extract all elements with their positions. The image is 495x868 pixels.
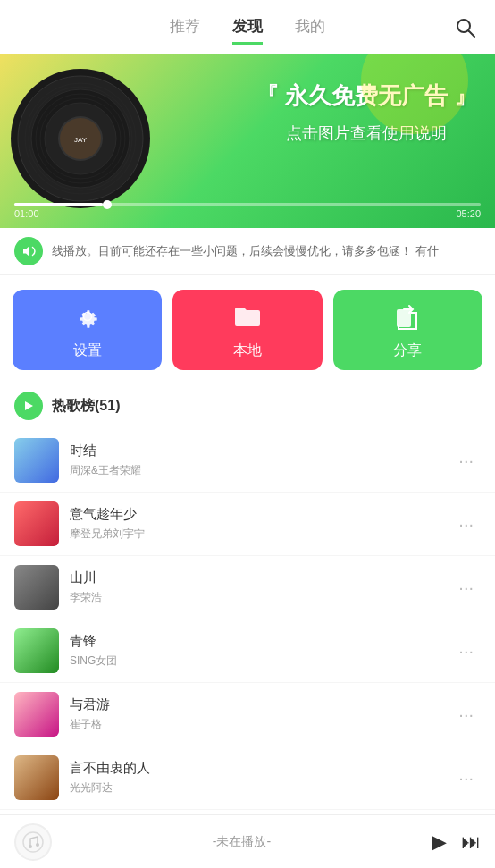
progress-bar-fill	[14, 203, 103, 206]
progress-dot	[103, 200, 112, 209]
svg-point-17	[29, 845, 32, 848]
song-artist-2: 李荣浩	[70, 590, 440, 605]
volume-icon	[21, 243, 37, 259]
song-cover-2	[14, 565, 59, 610]
play-all-button[interactable]	[14, 392, 43, 420]
song-cover-0	[14, 438, 59, 483]
table-row[interactable]: 山川 李荣浩 ···	[0, 556, 495, 619]
tab-discover[interactable]: 发现	[232, 16, 263, 45]
progress-total: 05:20	[456, 208, 481, 219]
song-artist-4: 崔子格	[70, 717, 440, 732]
folder-icon	[231, 300, 264, 333]
local-button[interactable]: 本地	[172, 290, 322, 370]
song-info-3: 青锋 SING女团	[70, 633, 440, 669]
table-row[interactable]: 时结 周深&王者荣耀 ···	[0, 429, 495, 493]
song-cover-4	[14, 692, 59, 737]
song-artist-0: 周深&王者荣耀	[70, 463, 440, 478]
song-more-4[interactable]: ···	[451, 701, 481, 729]
action-buttons: 设置 本地 分享	[0, 275, 495, 384]
song-info-5: 言不由衷的人 光光阿达	[70, 760, 440, 796]
search-icon-wrap[interactable]	[454, 16, 477, 43]
song-cover-3	[14, 628, 59, 673]
player-status: -未在播放-	[63, 834, 421, 850]
song-name-4: 与君游	[70, 696, 440, 713]
banner-progress: 01:00 05:20	[0, 203, 495, 219]
svg-point-18	[36, 843, 39, 847]
table-row[interactable]: 青锋 SING女团 ···	[0, 619, 495, 683]
play-all-icon	[22, 400, 35, 412]
share-label: 分享	[393, 341, 422, 360]
song-more-1[interactable]: ···	[451, 510, 481, 538]
svg-marker-15	[25, 401, 33, 410]
song-info-1: 意气趁年少 摩登兄弟刘宇宁	[70, 506, 440, 542]
top-nav: 推荐 发现 我的	[0, 0, 495, 54]
tab-mine[interactable]: 我的	[295, 16, 325, 45]
table-row[interactable]: 言不由衷的人 光光阿达 ···	[0, 746, 495, 810]
song-artist-5: 光光阿达	[70, 780, 440, 796]
svg-text:JAY: JAY	[74, 136, 88, 144]
tab-recommend[interactable]: 推荐	[170, 16, 200, 45]
notice-bar: 线播放。目前可能还存在一些小问题，后续会慢慢优化，请多多包涵！ 有什	[0, 228, 495, 275]
table-row[interactable]: 意气趁年少 摩登兄弟刘宇宁 ···	[0, 493, 495, 556]
song-more-5[interactable]: ···	[451, 764, 481, 792]
song-artist-3: SING女团	[70, 653, 440, 669]
svg-point-16	[23, 832, 43, 852]
next-button[interactable]: ⏭	[461, 830, 481, 854]
song-name-1: 意气趁年少	[70, 506, 440, 523]
song-info-2: 山川 李荣浩	[70, 569, 440, 605]
player-avatar[interactable]	[14, 823, 52, 861]
vinyl-record: JAY	[9, 67, 152, 210]
svg-line-1	[469, 31, 475, 38]
settings-label: 设置	[73, 341, 102, 360]
hot-list-title: 热歌榜(51)	[52, 397, 120, 416]
music-note-icon	[22, 831, 44, 853]
banner[interactable]: JAY 『 永久免费无广告 』 点击图片查看使用说明 01:00 05:20	[0, 54, 495, 228]
share-icon	[391, 300, 424, 333]
hot-list-header: 热歌榜(51)	[0, 384, 495, 429]
progress-current: 01:00	[14, 208, 39, 219]
song-list: 时结 周深&王者荣耀 ··· 意气趁年少 摩登兄弟刘宇宁 ··· 山川 李荣浩 …	[0, 429, 495, 810]
song-info-0: 时结 周深&王者荣耀	[70, 442, 440, 478]
search-icon	[454, 16, 477, 39]
table-row[interactable]: 与君游 崔子格 ···	[0, 683, 495, 746]
player-controls: ▶ ⏭	[432, 830, 481, 854]
gear-icon	[71, 300, 104, 333]
nav-tabs: 推荐 发现 我的	[170, 16, 325, 45]
progress-bar-bg	[14, 203, 481, 206]
song-info-4: 与君游 崔子格	[70, 696, 440, 732]
song-artist-1: 摩登兄弟刘宇宁	[70, 527, 440, 542]
song-name-0: 时结	[70, 442, 440, 459]
song-more-0[interactable]: ···	[451, 447, 481, 475]
song-name-5: 言不由衷的人	[70, 760, 440, 777]
settings-button[interactable]: 设置	[13, 290, 162, 370]
song-cover-1	[14, 501, 59, 546]
song-name-3: 青锋	[70, 633, 440, 650]
share-button[interactable]: 分享	[333, 290, 482, 370]
song-more-3[interactable]: ···	[451, 637, 481, 665]
progress-times: 01:00 05:20	[14, 208, 481, 219]
notice-icon	[14, 237, 43, 265]
song-more-2[interactable]: ···	[451, 574, 481, 602]
song-cover-5	[14, 755, 59, 800]
local-label: 本地	[233, 341, 262, 360]
play-button[interactable]: ▶	[432, 830, 447, 854]
bottom-player: -未在播放- ▶ ⏭	[0, 814, 495, 868]
banner-subtitle: 点击图片查看使用说明	[256, 122, 477, 144]
notice-text: 线播放。目前可能还存在一些小问题，后续会慢慢优化，请多多包涵！ 有什	[52, 243, 439, 259]
song-name-2: 山川	[70, 569, 440, 586]
